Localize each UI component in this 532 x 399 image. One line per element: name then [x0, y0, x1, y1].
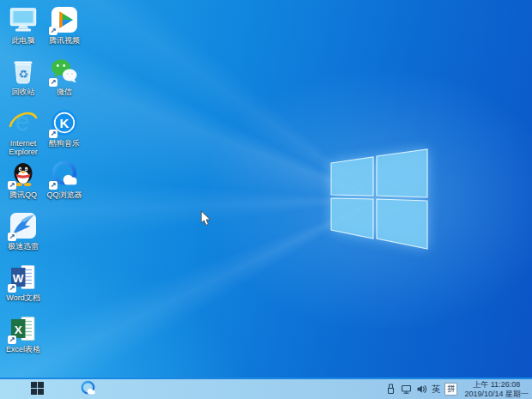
shortcut-arrow-icon: ↗ [8, 181, 16, 190]
system-tray: 英 拼 上午 11:26:08 2019/10/14 星期一 [385, 379, 530, 399]
taskbar-pinned-qq-browser[interactable] [76, 379, 100, 399]
icon-label: Internet Explorer [3, 139, 44, 156]
clock-time: 上午 11:26:08 [464, 380, 529, 390]
internet-explorer-icon: e [9, 108, 38, 137]
icon-label: 极速迅雷 [8, 242, 39, 251]
desktop-icon-internet-explorer[interactable]: eInternet Explorer [3, 108, 44, 160]
icon-label: 腾讯视频 [49, 36, 80, 45]
windows-logo [326, 144, 433, 252]
qq-browser-icon: ↗ [50, 160, 79, 189]
desktop-icon-tencent-qq[interactable]: ↗腾讯QQ [3, 160, 44, 211]
desktop-icon-word[interactable]: W↗Word文档 [3, 263, 44, 314]
desktop-icon-recycle-bin[interactable]: ♻︎回收站 [3, 57, 44, 108]
icon-label: Word文档 [6, 293, 39, 302]
mouse-cursor-icon [200, 210, 211, 227]
icon-label: 微信 [57, 88, 72, 96]
icon-label: 此电脑 [12, 36, 35, 45]
icon-label: 腾讯QQ [9, 190, 37, 199]
desktop-icon-grid: 此电脑♻︎回收站eInternet Explorer↗腾讯QQ↗极速迅雷W↗Wo… [3, 5, 85, 366]
desktop-icon-wechat[interactable]: ↗微信 [44, 57, 85, 108]
desktop-icon-kugou-music[interactable]: K↗酷狗音乐 [44, 108, 85, 160]
usb-eject-icon[interactable] [385, 384, 396, 395]
start-button[interactable] [26, 379, 48, 399]
kugou-music-icon: K↗ [50, 108, 79, 137]
qq-penguin-icon: ↗ [9, 160, 38, 189]
shortcut-arrow-icon: ↗ [49, 78, 57, 87]
wechat-icon: ↗ [50, 57, 79, 86]
icon-label: 回收站 [12, 88, 35, 96]
desktop-icon-qq-browser[interactable]: ↗QQ浏览器 [44, 160, 85, 211]
icon-label: 酷狗音乐 [49, 139, 80, 148]
shortcut-arrow-icon: ↗ [49, 181, 57, 190]
recycle-bin-icon: ♻︎ [9, 57, 38, 86]
svg-text:X: X [15, 323, 22, 336]
icon-label: Excel表格 [6, 345, 40, 354]
excel-spreadsheet-icon: X↗ [9, 314, 38, 343]
tencent-video-play-icon: ↗ [50, 5, 79, 34]
shortcut-arrow-icon: ↗ [8, 336, 16, 344]
desktop-icon-tencent-video[interactable]: ↗腾讯视频 [44, 5, 85, 57]
ime-mode-indicator[interactable]: 拼 [444, 383, 457, 396]
taskbar: 英 拼 上午 11:26:08 2019/10/14 星期一 [0, 378, 532, 399]
svg-text:K: K [60, 116, 70, 130]
shortcut-arrow-icon: ↗ [49, 27, 57, 35]
svg-text:♻︎: ♻︎ [18, 68, 28, 81]
word-document-icon: W↗ [9, 263, 38, 292]
thunder-bird-icon: ↗ [9, 211, 38, 240]
computer-monitor-icon [9, 5, 38, 34]
shortcut-arrow-icon: ↗ [8, 233, 16, 241]
clock-date: 2019/10/14 星期一 [464, 390, 529, 399]
shortcut-arrow-icon: ↗ [49, 130, 57, 138]
desktop-icon-xunlei[interactable]: ↗极速迅雷 [3, 211, 44, 263]
ime-language-indicator[interactable]: 英 [432, 384, 441, 396]
qq-browser-icon [80, 380, 96, 399]
desktop-wallpaper[interactable]: 此电脑♻︎回收站eInternet Explorer↗腾讯QQ↗极速迅雷W↗Wo… [0, 0, 532, 399]
icon-label: QQ浏览器 [46, 190, 82, 199]
desktop-icon-this-pc[interactable]: 此电脑 [3, 5, 44, 57]
taskbar-clock[interactable]: 上午 11:26:08 2019/10/14 星期一 [464, 380, 529, 398]
windows-start-icon [31, 382, 44, 397]
desktop-icon-excel[interactable]: X↗Excel表格 [3, 314, 44, 366]
shortcut-arrow-icon: ↗ [8, 284, 16, 293]
network-icon[interactable] [401, 384, 412, 395]
svg-text:W: W [13, 272, 24, 285]
volume-icon[interactable] [416, 384, 427, 395]
